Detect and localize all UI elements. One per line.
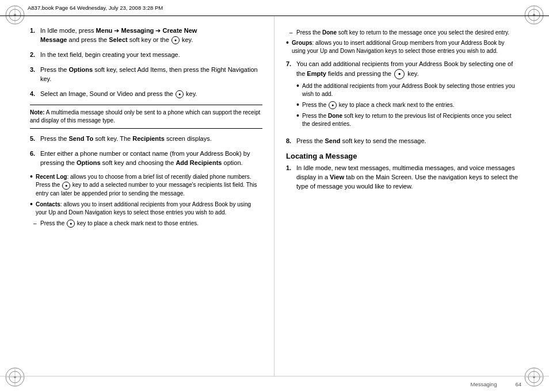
bullet-recent-log-content: Recent Log: allows you to choose from a … (36, 173, 262, 197)
steps-list-right: 7. You can add additional recipients fro… (286, 60, 519, 146)
step-3: 3. Press the Options soft key, select Ad… (30, 66, 262, 84)
bullet-contacts: • Contacts: allows you to insert additio… (30, 201, 262, 217)
step-8-num: 8. (286, 137, 296, 146)
bullet-groups: • Groups: allows you to insert additiona… (286, 39, 519, 55)
bullet-recent-log: • Recent Log: allows you to choose from … (30, 173, 262, 197)
locating-step-1: 1. In Idle mode, new text messages, mult… (286, 164, 519, 191)
locating-step-1-content: In Idle mode, new text messages, multime… (296, 164, 519, 191)
section-steps-list: 1. In Idle mode, new text messages, mult… (286, 164, 519, 191)
step-6: 6. Enter either a phone number or contac… (30, 149, 262, 168)
step-6-bullets: • Recent Log: allows you to choose from … (30, 173, 262, 216)
dash-item-checkmark: – Press the ● key to place a check mark … (33, 220, 262, 228)
bullet-icon-add: • (296, 82, 302, 90)
footer-label: Messaging (470, 381, 497, 387)
step-2: 2. In the text field, begin creating you… (30, 51, 262, 60)
step-2-num: 2. (30, 51, 40, 60)
bullet-checkmark-7: • Press the ● key to place a check mark … (296, 101, 519, 109)
note-text: A multimedia message should only be sent… (30, 109, 260, 124)
step-1-content: In Idle mode, press Menu ➔ Messaging ➔ C… (40, 26, 262, 45)
step-2-content: In the text field, begin creating your t… (40, 51, 262, 60)
header-text: A837.book Page 64 Wednesday, July 23, 20… (28, 5, 163, 11)
step-3-content: Press the Options soft key, select Add I… (40, 66, 262, 84)
dash-symbol: – (33, 220, 40, 228)
step-7-num: 7. (286, 60, 296, 131)
step-3-num: 3. (30, 66, 40, 84)
step-7-content: You can add additional recipients from y… (296, 60, 519, 131)
step-4-num: 4. (30, 90, 40, 99)
step-5: 5. Press the Send To soft key. The Recip… (30, 134, 262, 144)
bullet-icon-1: • (30, 172, 36, 180)
step-4: 4. Select an Image, Sound or Video and p… (30, 90, 262, 99)
section-locating-heading: Locating a Message (286, 152, 519, 160)
steps-list-2: 5. Press the Send To soft key. The Recip… (30, 134, 262, 168)
locating-step-1-num: 1. (286, 164, 296, 191)
bullet-done-7: • Press the Done soft key to return to t… (296, 112, 519, 128)
bullet-icon-2: • (30, 200, 36, 208)
dash-item-content: Press the ● key to place a check mark ne… (40, 220, 262, 228)
dash-item-done-content: Press the Done soft key to return to the… (296, 29, 519, 37)
step-7-bullets: • Add the additional recipients from you… (296, 82, 519, 128)
bullet-contacts-content: Contacts: allows you to insert additiona… (36, 201, 262, 217)
ok-icon-1: ● (171, 36, 180, 44)
ok-icon-dash: ● (67, 220, 75, 228)
bullet-checkmark-content: Press the ● key to place a check mark ne… (302, 101, 519, 109)
bullet-add-content: Add the additional recipients from your … (302, 82, 519, 98)
bullet-icon-check: • (296, 101, 302, 109)
step-1-num: 1. (30, 26, 40, 45)
right-column: – Press the Done soft key to return to t… (274, 16, 549, 376)
bullet-done-content: Press the Done soft key to return to the… (302, 112, 519, 128)
step-7: 7. You can add additional recipients fro… (286, 60, 519, 131)
steps-list-1: 1. In Idle mode, press Menu ➔ Messaging … (30, 26, 262, 99)
page: A837.book Page 64 Wednesday, July 23, 20… (0, 0, 549, 392)
bullet-icon-groups: • (286, 39, 292, 47)
footer-bar: Messaging 64 (0, 376, 549, 392)
content-area: 1. In Idle mode, press Menu ➔ Messaging … (0, 16, 549, 376)
ok-icon-recent: ● (62, 182, 70, 190)
step-8-content: Press the Send soft key to send the mess… (296, 137, 519, 146)
step-4-content: Select an Image, Sound or Video and pres… (40, 90, 262, 99)
groups-bullet-list: • Groups: allows you to insert additiona… (286, 39, 519, 55)
note-box: Note: A multimedia message should only b… (30, 105, 262, 129)
dash-symbol-top: – (289, 29, 296, 37)
ok-icon-4: ● (176, 90, 184, 98)
ok-icon-7: ● (394, 69, 405, 79)
step-1: 1. In Idle mode, press Menu ➔ Messaging … (30, 26, 262, 45)
footer-page: 64 (515, 381, 521, 387)
bullet-groups-content: Groups: allows you to insert additional … (292, 39, 519, 55)
step-6-num: 6. (30, 149, 40, 168)
bullet-icon-done: • (296, 112, 302, 120)
left-column: 1. In Idle mode, press Menu ➔ Messaging … (0, 16, 274, 376)
ok-icon-7b: ● (329, 101, 337, 109)
bullet-add-recipients: • Add the additional recipients from you… (296, 82, 519, 98)
step-5-num: 5. (30, 134, 40, 144)
step-8: 8. Press the Send soft key to send the m… (286, 137, 519, 146)
note-label: Note: (30, 109, 45, 116)
step-5-content: Press the Send To soft key. The Recipien… (40, 134, 262, 144)
header-bar: A837.book Page 64 Wednesday, July 23, 20… (0, 0, 549, 16)
step-6-content: Enter either a phone number or contact n… (40, 149, 262, 168)
dash-item-done-top: – Press the Done soft key to return to t… (289, 29, 519, 37)
